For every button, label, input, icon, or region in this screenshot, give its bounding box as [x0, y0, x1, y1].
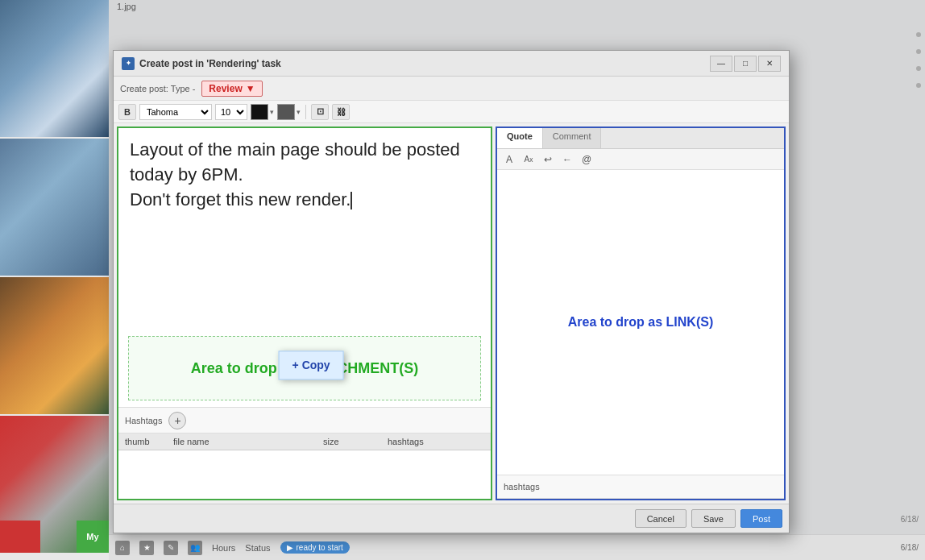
font-size-select[interactable]: 10: [215, 104, 247, 120]
table-header: thumb file name size hashtags: [118, 433, 491, 450]
ready-status-pill[interactable]: ▶ ready to start: [280, 541, 350, 554]
edit-icon[interactable]: ✎: [164, 541, 178, 555]
minimize-button[interactable]: —: [710, 56, 732, 72]
bg-color-box[interactable]: [277, 104, 295, 120]
post-button[interactable]: Post: [740, 509, 782, 528]
hours-label: Hours: [212, 543, 235, 553]
type-label: Create post: Type -: [120, 84, 195, 93]
text-format-icon[interactable]: A: [502, 152, 516, 167]
editor-toolbar: B Tahoma 10 ▾ ▾ ⊡ ⛓: [114, 101, 789, 123]
title-left: ✦ Create post in 'Rendering' task: [122, 57, 281, 70]
maximize-button[interactable]: □: [734, 56, 757, 72]
hashtags-label: Hashtags: [125, 416, 162, 425]
content-area: Layout of the main page should be posted…: [114, 123, 789, 504]
type-value: Review: [209, 83, 242, 94]
hashtags-header: hashtags: [388, 437, 484, 446]
thumb-header: thumb: [125, 437, 173, 446]
filename-header: file name: [173, 437, 323, 446]
bg-filename: 1.jpg: [117, 2, 136, 11]
star-icon[interactable]: ★: [139, 541, 154, 555]
right-toolbar: A Ax ↩ ← @: [497, 149, 784, 170]
attachment-drop-zone[interactable]: Area to drop as ATTACHMENT(S) + Copy: [128, 336, 481, 400]
link-button[interactable]: ⛓: [332, 104, 350, 120]
arrow-icon: ▶: [287, 543, 293, 552]
link-drop-text: Area to drop as LINK(S): [568, 315, 713, 330]
size-header: size: [323, 437, 388, 446]
scroll-dot-2: [916, 49, 921, 54]
dialog-title: Create post in 'Rendering' task: [139, 58, 281, 69]
scroll-dot-1: [916, 32, 921, 37]
mention-icon[interactable]: @: [579, 152, 594, 167]
sidebar-image-2: [0, 139, 109, 276]
table-body: [118, 450, 491, 499]
add-hashtag-button[interactable]: +: [168, 412, 186, 429]
image-button[interactable]: ⊡: [311, 104, 329, 120]
tab-comment[interactable]: Comment: [543, 128, 602, 148]
copy-popup-text: + Copy: [292, 359, 330, 371]
status-label: Status: [245, 543, 270, 553]
scroll-dot-4: [916, 83, 921, 88]
text-line1: Layout of the main page should be posted…: [130, 139, 460, 185]
create-post-dialog: ✦ Create post in 'Rendering' task — □ ✕ …: [113, 50, 790, 533]
status-bar: ⌂ ★ ✎ 👥 Hours Status ▶ ready to start 6/…: [109, 534, 925, 560]
text-cursor: [351, 192, 352, 209]
link-drop-zone[interactable]: Area to drop as LINK(S): [497, 170, 784, 475]
my-label: My: [77, 521, 109, 553]
home-icon[interactable]: ⌂: [115, 541, 130, 555]
type-dropdown[interactable]: Review ▼: [201, 81, 262, 97]
text-color-box[interactable]: [251, 104, 268, 120]
right-panel: Quote Comment A Ax ↩ ← @ Area to drop as…: [496, 127, 786, 500]
copy-popup[interactable]: + Copy: [279, 351, 344, 380]
bg-color-control: ▾: [277, 104, 301, 120]
subscript-icon[interactable]: Ax: [521, 152, 536, 167]
right-hashtags-label: hashtags: [504, 482, 540, 492]
hashtags-row: Hashtags +: [118, 407, 491, 433]
right-hashtags-row: hashtags: [497, 475, 784, 499]
app-icon: ✦: [122, 57, 135, 70]
scroll-area: [916, 32, 921, 88]
window-controls: — □ ✕: [710, 56, 781, 72]
toolbar-separator: [305, 105, 306, 119]
dropdown-arrow-icon: ▼: [246, 83, 255, 94]
sidebar-image-1: [0, 0, 109, 137]
scroll-dot-3: [916, 66, 921, 71]
files-table: thumb file name size hashtags: [118, 433, 491, 499]
sidebar-image-3: [0, 277, 109, 414]
users-icon[interactable]: 👥: [188, 541, 202, 555]
bg-date: 6/18/: [901, 515, 919, 524]
text-line2: Don't forget this new render.: [130, 189, 351, 209]
bg-color-arrow-icon[interactable]: ▾: [297, 108, 301, 116]
tab-quote[interactable]: Quote: [497, 128, 543, 148]
sidebar-image-4: My: [0, 416, 109, 553]
undo-icon[interactable]: ↩: [541, 152, 555, 167]
color-arrow-icon[interactable]: ▾: [270, 108, 274, 116]
dialog-footer: Cancel Save Post: [114, 504, 789, 533]
bottom-date: 6/18/: [901, 543, 919, 552]
close-button[interactable]: ✕: [758, 56, 781, 72]
font-family-select[interactable]: Tahoma: [139, 104, 212, 120]
right-tabs: Quote Comment: [497, 128, 784, 149]
type-bar: Create post: Type - Review ▼: [114, 77, 789, 101]
ready-label: ready to start: [297, 543, 343, 552]
back-icon[interactable]: ←: [560, 152, 574, 167]
sidebar-images: My: [0, 0, 109, 560]
text-editor-content[interactable]: Layout of the main page should be posted…: [118, 128, 491, 330]
dialog-titlebar: ✦ Create post in 'Rendering' task — □ ✕: [114, 51, 789, 77]
save-button[interactable]: Save: [691, 509, 736, 528]
color-control: ▾: [251, 104, 274, 120]
bold-button[interactable]: B: [118, 104, 136, 120]
left-panel: Layout of the main page should be posted…: [117, 127, 492, 500]
cancel-button[interactable]: Cancel: [635, 509, 686, 528]
